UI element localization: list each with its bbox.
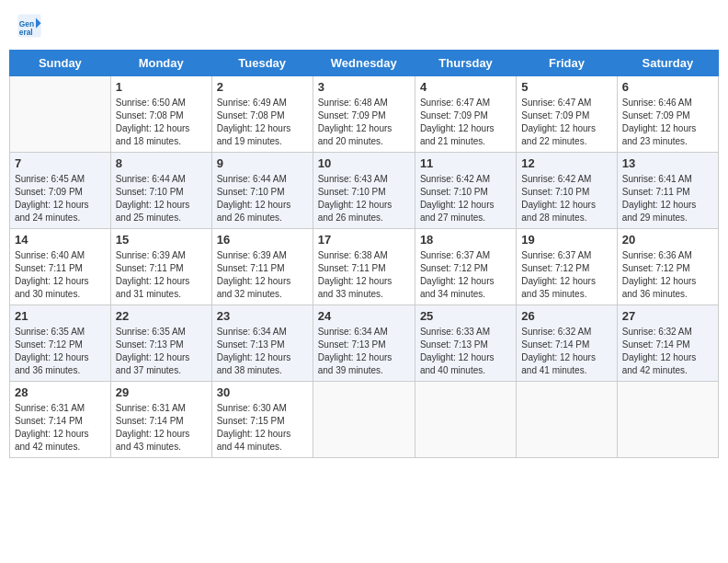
cell-info: Sunrise: 6:37 AMSunset: 7:12 PMDaylight:… (521, 249, 611, 301)
calendar-cell (617, 382, 718, 458)
cell-info: Sunrise: 6:35 AMSunset: 7:13 PMDaylight:… (116, 326, 207, 377)
calendar-cell (415, 382, 516, 458)
day-number: 4 (420, 80, 511, 94)
cell-info: Sunrise: 6:47 AMSunset: 7:09 PMDaylight:… (521, 97, 611, 148)
cell-info: Sunrise: 6:48 AMSunset: 7:09 PMDaylight:… (318, 97, 410, 148)
svg-text:eral: eral (19, 28, 33, 37)
logo-icon: Gen eral (17, 13, 42, 39)
day-number: 29 (116, 385, 207, 399)
day-number: 15 (116, 233, 207, 247)
day-number: 12 (521, 156, 611, 170)
day-number: 25 (420, 309, 511, 323)
calendar-cell: 14Sunrise: 6:40 AMSunset: 7:11 PMDayligh… (10, 229, 111, 305)
cell-info: Sunrise: 6:39 AMSunset: 7:11 PMDaylight:… (217, 249, 308, 301)
col-header-thursday: Thursday (415, 51, 516, 76)
calendar-cell: 20Sunrise: 6:36 AMSunset: 7:12 PMDayligh… (617, 229, 718, 305)
calendar-cell: 28Sunrise: 6:31 AMSunset: 7:14 PMDayligh… (10, 382, 111, 458)
calendar-cell: 23Sunrise: 6:34 AMSunset: 7:13 PMDayligh… (211, 305, 313, 382)
calendar-cell: 11Sunrise: 6:42 AMSunset: 7:10 PMDayligh… (415, 153, 516, 229)
col-header-friday: Friday (517, 51, 617, 76)
calendar-cell: 18Sunrise: 6:37 AMSunset: 7:12 PMDayligh… (415, 229, 516, 305)
cell-info: Sunrise: 6:43 AMSunset: 7:10 PMDaylight:… (318, 173, 410, 224)
calendar-cell: 30Sunrise: 6:30 AMSunset: 7:15 PMDayligh… (211, 382, 313, 458)
week-row-1: 1Sunrise: 6:50 AMSunset: 7:08 PMDaylight… (10, 76, 719, 153)
calendar-cell: 4Sunrise: 6:47 AMSunset: 7:09 PMDaylight… (415, 76, 516, 153)
col-header-monday: Monday (110, 51, 211, 76)
calendar-cell: 16Sunrise: 6:39 AMSunset: 7:11 PMDayligh… (211, 229, 313, 305)
cell-info: Sunrise: 6:32 AMSunset: 7:14 PMDaylight:… (521, 326, 611, 377)
cell-info: Sunrise: 6:44 AMSunset: 7:10 PMDaylight:… (217, 173, 308, 224)
day-number: 5 (521, 80, 611, 94)
day-number: 30 (217, 385, 308, 399)
calendar-cell: 13Sunrise: 6:41 AMSunset: 7:11 PMDayligh… (617, 153, 718, 229)
header: Gen eral (9, 9, 719, 42)
cell-info: Sunrise: 6:49 AMSunset: 7:08 PMDaylight:… (217, 97, 308, 148)
day-number: 7 (15, 156, 106, 170)
day-number: 1 (116, 80, 207, 94)
calendar-cell (10, 76, 111, 153)
day-number: 3 (318, 80, 410, 94)
cell-info: Sunrise: 6:32 AMSunset: 7:14 PMDaylight:… (622, 326, 713, 377)
calendar-cell: 1Sunrise: 6:50 AMSunset: 7:08 PMDaylight… (110, 76, 211, 153)
day-number: 27 (622, 309, 713, 323)
week-row-3: 14Sunrise: 6:40 AMSunset: 7:11 PMDayligh… (10, 229, 719, 305)
cell-info: Sunrise: 6:40 AMSunset: 7:11 PMDaylight:… (15, 249, 106, 301)
cell-info: Sunrise: 6:30 AMSunset: 7:15 PMDaylight:… (217, 402, 308, 454)
day-number: 19 (521, 233, 611, 247)
cell-info: Sunrise: 6:37 AMSunset: 7:12 PMDaylight:… (420, 249, 511, 301)
cell-info: Sunrise: 6:42 AMSunset: 7:10 PMDaylight:… (420, 173, 511, 224)
col-header-wednesday: Wednesday (313, 51, 415, 76)
cell-info: Sunrise: 6:33 AMSunset: 7:13 PMDaylight:… (420, 326, 511, 377)
calendar-cell: 7Sunrise: 6:45 AMSunset: 7:09 PMDaylight… (10, 153, 111, 229)
calendar-cell: 6Sunrise: 6:46 AMSunset: 7:09 PMDaylight… (617, 76, 718, 153)
calendar-cell: 26Sunrise: 6:32 AMSunset: 7:14 PMDayligh… (517, 305, 617, 382)
day-number: 21 (15, 309, 106, 323)
calendar-cell (313, 382, 415, 458)
calendar-cell: 10Sunrise: 6:43 AMSunset: 7:10 PMDayligh… (313, 153, 415, 229)
calendar-cell: 24Sunrise: 6:34 AMSunset: 7:13 PMDayligh… (313, 305, 415, 382)
day-number: 18 (420, 233, 511, 247)
cell-info: Sunrise: 6:31 AMSunset: 7:14 PMDaylight:… (116, 402, 207, 454)
calendar-cell: 5Sunrise: 6:47 AMSunset: 7:09 PMDaylight… (517, 76, 617, 153)
day-number: 2 (217, 80, 308, 94)
col-header-sunday: Sunday (10, 51, 111, 76)
calendar-cell: 3Sunrise: 6:48 AMSunset: 7:09 PMDaylight… (313, 76, 415, 153)
cell-info: Sunrise: 6:44 AMSunset: 7:10 PMDaylight:… (116, 173, 207, 224)
col-header-saturday: Saturday (617, 51, 718, 76)
calendar-cell: 22Sunrise: 6:35 AMSunset: 7:13 PMDayligh… (110, 305, 211, 382)
calendar-cell: 29Sunrise: 6:31 AMSunset: 7:14 PMDayligh… (110, 382, 211, 458)
cell-info: Sunrise: 6:47 AMSunset: 7:09 PMDaylight:… (420, 97, 511, 148)
day-number: 11 (420, 156, 511, 170)
col-header-tuesday: Tuesday (211, 51, 313, 76)
day-number: 6 (622, 80, 713, 94)
cell-info: Sunrise: 6:45 AMSunset: 7:09 PMDaylight:… (15, 173, 106, 224)
day-number: 14 (15, 233, 106, 247)
week-row-4: 21Sunrise: 6:35 AMSunset: 7:12 PMDayligh… (10, 305, 719, 382)
day-number: 17 (318, 233, 410, 247)
cell-info: Sunrise: 6:46 AMSunset: 7:09 PMDaylight:… (622, 97, 713, 148)
cell-info: Sunrise: 6:31 AMSunset: 7:14 PMDaylight:… (15, 402, 106, 454)
calendar-cell: 2Sunrise: 6:49 AMSunset: 7:08 PMDaylight… (211, 76, 313, 153)
day-number: 22 (116, 309, 207, 323)
cell-info: Sunrise: 6:35 AMSunset: 7:12 PMDaylight:… (15, 326, 106, 377)
day-number: 24 (318, 309, 410, 323)
day-header-row: SundayMondayTuesdayWednesdayThursdayFrid… (10, 51, 719, 76)
calendar-cell: 25Sunrise: 6:33 AMSunset: 7:13 PMDayligh… (415, 305, 516, 382)
cell-info: Sunrise: 6:38 AMSunset: 7:11 PMDaylight:… (318, 249, 410, 301)
logo: Gen eral (17, 13, 46, 39)
day-number: 10 (318, 156, 410, 170)
day-number: 13 (622, 156, 713, 170)
cell-info: Sunrise: 6:36 AMSunset: 7:12 PMDaylight:… (622, 249, 713, 301)
calendar-cell: 21Sunrise: 6:35 AMSunset: 7:12 PMDayligh… (10, 305, 111, 382)
calendar-cell: 9Sunrise: 6:44 AMSunset: 7:10 PMDaylight… (211, 153, 313, 229)
day-number: 20 (622, 233, 713, 247)
week-row-5: 28Sunrise: 6:31 AMSunset: 7:14 PMDayligh… (10, 382, 719, 458)
cell-info: Sunrise: 6:34 AMSunset: 7:13 PMDaylight:… (217, 326, 308, 377)
cell-info: Sunrise: 6:41 AMSunset: 7:11 PMDaylight:… (622, 173, 713, 224)
cell-info: Sunrise: 6:34 AMSunset: 7:13 PMDaylight:… (318, 326, 410, 377)
day-number: 23 (217, 309, 308, 323)
calendar-cell: 12Sunrise: 6:42 AMSunset: 7:10 PMDayligh… (517, 153, 617, 229)
day-number: 26 (521, 309, 611, 323)
week-row-2: 7Sunrise: 6:45 AMSunset: 7:09 PMDaylight… (10, 153, 719, 229)
day-number: 9 (217, 156, 308, 170)
